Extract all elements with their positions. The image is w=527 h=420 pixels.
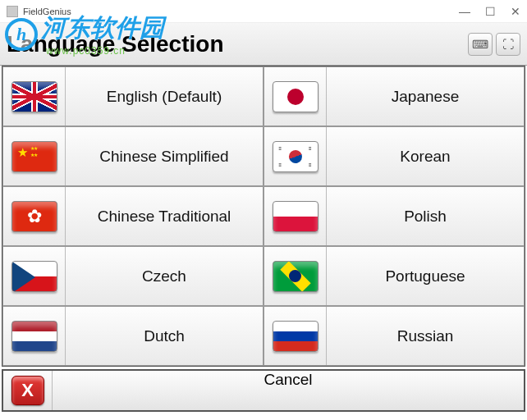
language-option-polish[interactable]: Polish bbox=[264, 186, 525, 246]
page-title: Language Selection bbox=[7, 31, 224, 57]
language-label: Chinese Simplified bbox=[66, 148, 263, 166]
language-label: Dutch bbox=[66, 327, 263, 345]
language-option-chinese-traditional[interactable]: Chinese Traditional bbox=[2, 186, 264, 246]
language-option-korean[interactable]: ≡≡≡≡ Korean bbox=[264, 126, 525, 186]
minimize-button[interactable]: — bbox=[459, 5, 470, 18]
flag-jp-icon bbox=[273, 81, 318, 112]
language-option-czech[interactable]: Czech bbox=[2, 246, 264, 306]
language-label: Chinese Traditional bbox=[66, 208, 263, 226]
close-button[interactable]: ✕ bbox=[511, 5, 520, 18]
language-option-english[interactable]: English (Default) bbox=[2, 66, 264, 126]
window-title: FieldGenius bbox=[23, 7, 71, 16]
keyboard-icon: ⌨ bbox=[472, 38, 488, 51]
flag-kr-icon: ≡≡≡≡ bbox=[273, 141, 318, 172]
flag-hk-icon bbox=[11, 201, 57, 232]
expand-icon: ⛶ bbox=[502, 38, 514, 51]
flag-nl-icon bbox=[11, 321, 57, 352]
flag-cz-icon bbox=[11, 261, 57, 292]
page-header: Language Selection ⌨ ⛶ bbox=[0, 23, 527, 66]
language-label: English (Default) bbox=[66, 88, 263, 106]
language-option-chinese-simplified[interactable]: Chinese Simplified bbox=[2, 126, 264, 186]
language-option-dutch[interactable]: Dutch bbox=[2, 306, 264, 366]
flag-pl-icon bbox=[273, 201, 318, 232]
maximize-button[interactable]: ☐ bbox=[485, 5, 496, 18]
keyboard-button[interactable]: ⌨ bbox=[468, 33, 493, 56]
flag-cn-icon bbox=[11, 141, 57, 172]
language-grid: English (Default) Japanese Chinese Simpl… bbox=[2, 66, 525, 367]
cancel-icon: X bbox=[11, 376, 44, 405]
cancel-button[interactable]: X Cancel bbox=[2, 369, 525, 412]
language-label: Polish bbox=[327, 208, 524, 226]
window-titlebar: FieldGenius — ☐ ✕ bbox=[0, 0, 527, 23]
app-icon bbox=[7, 6, 18, 17]
language-label: Czech bbox=[66, 267, 263, 285]
flag-br-icon bbox=[273, 261, 318, 292]
language-label: Portuguese bbox=[327, 267, 524, 285]
flag-uk-icon bbox=[11, 81, 57, 112]
language-option-russian[interactable]: Russian bbox=[264, 306, 525, 366]
cancel-label: Cancel bbox=[53, 371, 524, 410]
language-option-portuguese[interactable]: Portuguese bbox=[264, 246, 525, 306]
language-label: Russian bbox=[327, 327, 524, 345]
expand-button[interactable]: ⛶ bbox=[496, 33, 520, 56]
language-option-japanese[interactable]: Japanese bbox=[264, 66, 525, 126]
language-label: Japanese bbox=[327, 88, 524, 106]
language-label: Korean bbox=[327, 148, 524, 166]
flag-ru-icon bbox=[273, 321, 318, 352]
